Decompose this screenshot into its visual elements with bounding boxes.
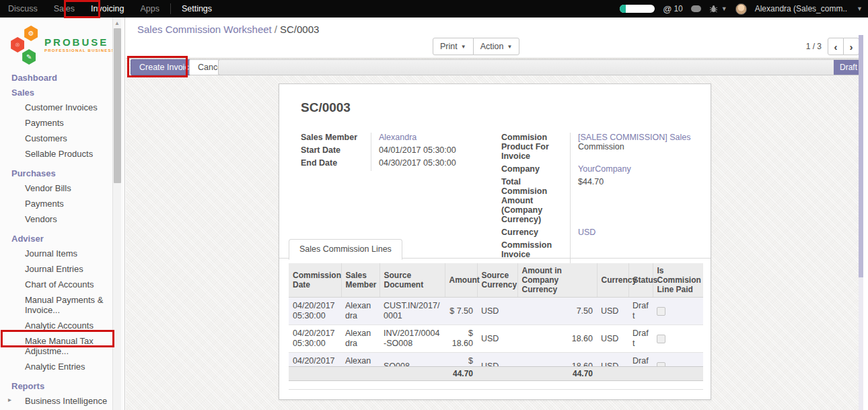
field-label: End Date — [301, 158, 371, 168]
gear-icon: ⚙ — [24, 26, 38, 41]
total-amount: 44.70 — [289, 367, 477, 381]
cell-date: 04/20/2017 05:30:00 — [289, 325, 341, 353]
user-menu[interactable]: Alexandra (Sales_comm.. — [755, 4, 847, 13]
sidebar-item-analytic-entries[interactable]: Analytic Entries — [0, 359, 124, 374]
cell-amount: $ 18.60 — [445, 325, 477, 353]
breadcrumb-link[interactable]: Sales Commission Worksheet — [137, 24, 272, 35]
tab-sales-commission-lines[interactable]: Sales Commission Lines — [289, 239, 402, 260]
line-paid-checkbox — [657, 335, 665, 343]
col-source-document[interactable]: Source Document — [379, 263, 445, 298]
field-company: Company YourCompany — [501, 164, 703, 174]
sidebar-item-sellable-products[interactable]: Sellable Products — [0, 146, 124, 162]
caret-down-icon: ▼ — [857, 5, 863, 12]
page-title: SC/0003 — [301, 100, 351, 115]
pager-next-button[interactable]: › — [843, 38, 859, 55]
col-amount[interactable]: Amount — [445, 263, 477, 298]
col-commission-date[interactable]: Commission Date — [289, 263, 341, 298]
action-button[interactable]: Action▼ — [473, 38, 520, 55]
page-scrollbar-thumb[interactable] — [859, 35, 863, 277]
col-is-commission-line-paid[interactable]: Is Commision Line Paid — [653, 263, 703, 298]
sidebar-heading-purchases[interactable]: Purchases — [0, 166, 124, 180]
breadcrumb-current: SC/0003 — [280, 24, 319, 35]
sidebar-item-business-intelligence[interactable]: ▸Business Intelligence — [0, 393, 124, 409]
pager-count: 1 / 3 — [806, 42, 822, 51]
cell-doc: CUST.IN/2017/0001 — [379, 298, 445, 325]
logo-title: PROBUSE — [44, 37, 115, 48]
sidebar-item-vendor-bills[interactable]: Vendor Bills — [0, 180, 124, 196]
currency-link[interactable]: USD — [578, 228, 595, 237]
cell-status: Draft — [628, 298, 653, 325]
sidebar-item-customers[interactable]: Customers — [0, 131, 124, 146]
total-company-amount: 44.70 — [517, 367, 597, 381]
menu-apps[interactable]: Apps — [132, 0, 168, 18]
probuse-logo: ⚙ ⌾ ✎ PROBUSE PROFESSIONAL BUSINESS — [0, 18, 124, 69]
sidebar-item-vendors[interactable]: Vendors — [0, 211, 124, 227]
sidebar-heading-adviser[interactable]: Adviser — [0, 231, 124, 246]
cell-source-currency: USD — [477, 325, 517, 353]
col-amount-company-currency[interactable]: Amount in Company Currency — [517, 263, 597, 298]
table-row[interactable]: 04/20/2017 05:30:00 Alexandra INV/2017/0… — [289, 325, 703, 353]
menu-divider — [170, 3, 171, 14]
menu-sales[interactable]: Sales — [46, 0, 83, 18]
print-label: Print — [440, 42, 458, 51]
caret-down-icon: ▼ — [721, 5, 727, 12]
sidebar-scrollbar-thumb[interactable] — [114, 28, 121, 183]
debug-menu[interactable]: ▼ — [709, 5, 727, 13]
sidebar-item-chart-of-accounts[interactable]: Chart of Accounts — [0, 277, 124, 292]
sidebar-heading-reports[interactable]: Reports — [0, 378, 124, 393]
cell-member: Alexandra — [341, 325, 379, 353]
chevron-right-icon: › — [850, 41, 853, 53]
avatar — [735, 3, 747, 15]
field-total-commission: Total Commision Amount (Company Currency… — [501, 177, 703, 224]
cell-currency: USD — [597, 298, 628, 325]
field-commission-product: Commision Product For Invoice [SALES COM… — [501, 133, 703, 161]
caret-down-icon: ▼ — [507, 44, 512, 50]
sidebar-item-manual-payments[interactable]: Manual Payments & Invoice... — [0, 292, 124, 318]
menu-settings[interactable]: Settings — [174, 0, 220, 18]
sidebar: ⚙ ⌾ ✎ PROBUSE PROFESSIONAL BUSINESS Dash… — [0, 18, 125, 410]
pager-previous-button[interactable]: ‹ — [828, 38, 844, 55]
col-sales-member[interactable]: Sales Member — [341, 263, 379, 298]
sidebar-item-purchase-payments[interactable]: Payments — [0, 196, 124, 211]
line-paid-checkbox — [657, 307, 665, 316]
menu-invoicing[interactable]: Invoicing — [83, 0, 132, 18]
statusbar: Draft — [218, 59, 863, 75]
magnifier-icon: ⌾ — [11, 37, 24, 53]
table-row[interactable]: 04/20/2017 05:30:00 Alexandra CUST.IN/20… — [289, 298, 703, 325]
caret-down-icon: ▼ — [461, 44, 466, 50]
sidebar-item-journal-entries[interactable]: Journal Entries — [0, 261, 124, 277]
bug-icon — [709, 5, 718, 13]
cell-status: Draft — [628, 325, 653, 353]
sidebar-item-customer-invoices[interactable]: Customer Invoices — [0, 100, 124, 115]
field-label: Sales Member — [301, 133, 371, 142]
sidebar-item-payments[interactable]: Payments — [0, 115, 124, 131]
field-label: Currency — [501, 228, 570, 237]
print-button[interactable]: Print▼ — [433, 38, 474, 55]
activities-counter[interactable]: @ 10 — [663, 4, 683, 14]
sidebar-scrollbar[interactable]: ▲ — [112, 18, 121, 410]
logo-hexagons: ⚙ ⌾ ✎ — [9, 26, 40, 65]
sidebar-item-dashboard[interactable]: Dashboard — [0, 70, 124, 85]
total-commission-value: $44.70 — [570, 177, 703, 224]
sales-member-link[interactable]: Alexandra — [379, 133, 417, 142]
print-action-group: Print▼ Action▼ — [433, 38, 519, 55]
col-currency[interactable]: Currency — [597, 263, 628, 298]
sidebar-item-tax-adjustments[interactable]: Make Manual Tax Adjustme... — [0, 333, 124, 359]
field-currency: Currency USD — [501, 228, 703, 237]
commission-product-link[interactable]: [SALES COMMISSION] Sales — [578, 133, 690, 142]
app-menu: Discuss Sales Invoicing Apps Settings — [0, 0, 220, 18]
action-label: Action — [480, 42, 504, 51]
cell-date: 04/20/2017 05:30:00 — [289, 298, 341, 325]
scroll-up-arrow-icon[interactable]: ▲ — [113, 18, 121, 26]
company-link[interactable]: YourCompany — [578, 164, 631, 174]
control-panel: Sales Commission Worksheet/SC/0003 Print… — [126, 18, 863, 59]
commission-product-rest: Commission — [578, 142, 624, 151]
page-scrollbar[interactable] — [859, 35, 863, 410]
menu-discuss[interactable]: Discuss — [0, 0, 46, 18]
field-label: Start Date — [301, 145, 371, 155]
sidebar-item-journal-items[interactable]: Journal Items — [0, 246, 124, 261]
sidebar-heading-sales[interactable]: Sales — [0, 85, 124, 100]
col-source-currency[interactable]: Source Currency — [477, 263, 517, 298]
chat-bubble-icon[interactable] — [691, 5, 701, 12]
sidebar-item-analytic-accounts[interactable]: Analytic Accounts — [0, 318, 124, 333]
